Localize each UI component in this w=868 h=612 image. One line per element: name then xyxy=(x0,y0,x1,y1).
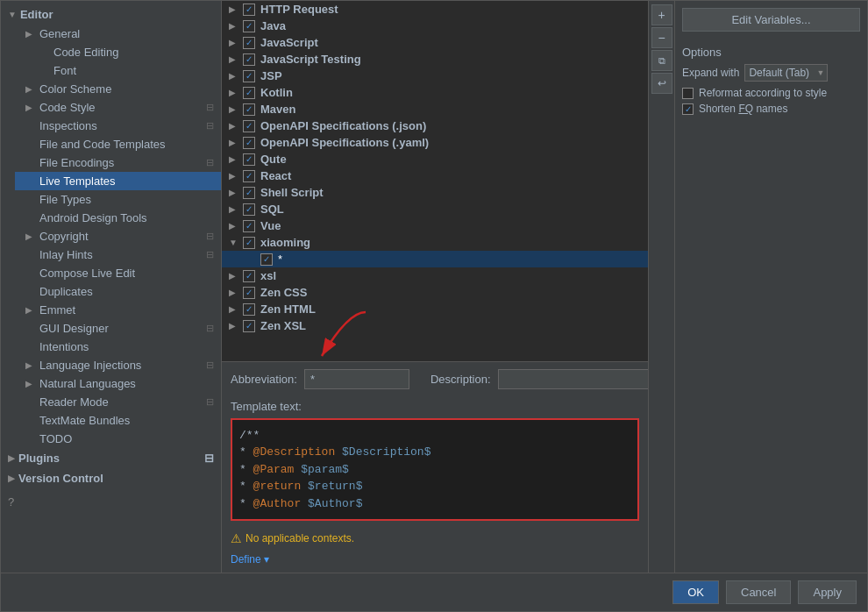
expand-with-select[interactable]: Default (Tab)TabEnterSpace xyxy=(744,64,828,82)
tree-item-label: SQL xyxy=(260,203,284,216)
tree-item-label: JSP xyxy=(260,69,282,82)
tree-item[interactable]: ▶✓Zen CSS xyxy=(222,284,648,301)
tree-item-label: Zen CSS xyxy=(260,286,307,299)
sidebar-item-code-editing-label: Code Editing xyxy=(53,46,118,59)
sidebar-item-compose-live-edit[interactable]: Compose Live Edit xyxy=(15,264,221,282)
sidebar-item-reader-mode[interactable]: Reader Mode ⊟ xyxy=(15,393,221,411)
tree-item-checkbox[interactable]: ✓ xyxy=(243,170,255,182)
sidebar-item-intentions[interactable]: Intentions xyxy=(15,338,221,356)
template-text-area[interactable]: /** * @Description $Description$ * @Para… xyxy=(231,418,639,522)
tree-item[interactable]: ▶✓JSP xyxy=(222,68,648,84)
sidebar-item-inlay-hints[interactable]: Inlay Hints ⊟ xyxy=(15,246,221,264)
tree-item[interactable]: ▶✓Shell Script xyxy=(222,184,648,201)
tree-item-checkbox[interactable]: ✓ xyxy=(243,4,255,16)
sidebar-item-gui-designer[interactable]: GUI Designer ⊟ xyxy=(15,319,221,338)
sidebar-item-natural-languages[interactable]: ▶ Natural Languages xyxy=(15,374,221,393)
sidebar-item-file-types[interactable]: File Types xyxy=(15,190,221,209)
tree-item-checkbox[interactable]: ✓ xyxy=(243,53,255,66)
tree-item[interactable]: ▶✓Zen XSL xyxy=(222,317,648,334)
tree-item[interactable]: ▶✓JavaScript Testing xyxy=(222,51,648,68)
tree-item-checkbox[interactable]: ✓ xyxy=(243,37,255,49)
sidebar-item-file-encodings[interactable]: File Encodings ⊟ xyxy=(15,153,221,172)
tree-item-checkbox[interactable]: ✓ xyxy=(243,20,255,32)
sidebar-item-color-scheme[interactable]: ▶ Color Scheme xyxy=(15,80,221,98)
define-link[interactable]: Define ▾ xyxy=(231,553,269,566)
tree-item[interactable]: ▶✓SQL xyxy=(222,201,648,217)
sidebar-group-editor[interactable]: ▼ Editor xyxy=(1,4,221,25)
sidebar-group-version-control[interactable]: ▶ Version Control xyxy=(1,468,221,488)
apply-button[interactable]: Apply xyxy=(798,580,857,604)
shorten-checkbox[interactable]: ✓ xyxy=(682,103,694,115)
sidebar-group-plugins[interactable]: ▶ Plugins ⊟ xyxy=(1,448,221,468)
tree-item-arrow-icon: ▶ xyxy=(229,38,243,47)
add-button[interactable]: + xyxy=(651,4,672,25)
tree-item[interactable]: ▶✓OpenAPI Specifications (.json) xyxy=(222,117,648,134)
right-panel: Edit Variables... Options Expand with De… xyxy=(674,1,867,573)
tree-item-checkbox[interactable]: ✓ xyxy=(243,103,255,116)
tree-item-arrow-icon: ▶ xyxy=(229,171,243,181)
remove-button[interactable]: − xyxy=(651,27,672,48)
sidebar-item-file-code-templates[interactable]: File and Code Templates xyxy=(15,135,221,153)
sidebar-item-code-style[interactable]: ▶ Code Style ⊟ xyxy=(15,98,221,117)
help-icon[interactable]: ? xyxy=(8,495,14,509)
tree-item[interactable]: ✓* xyxy=(222,251,648,267)
warning-text: No applicable contexts. xyxy=(245,532,354,544)
tree-item[interactable]: ▼✓xiaoming xyxy=(222,234,648,251)
copy-button[interactable]: ⧉ xyxy=(651,50,672,71)
tree-item[interactable]: ▶✓HTTP Request xyxy=(222,1,648,18)
tree-item[interactable]: ▶✓xsl xyxy=(222,267,648,284)
sidebar-item-file-types-label: File Types xyxy=(39,193,91,206)
abbreviation-input-wrapper xyxy=(304,369,409,389)
tree-item-checkbox[interactable]: ✓ xyxy=(243,203,255,216)
sidebar-item-todo[interactable]: TODO xyxy=(15,430,221,448)
abbreviation-input[interactable] xyxy=(304,369,409,389)
tree-item-checkbox[interactable]: ✓ xyxy=(243,270,255,282)
tree-item-checkbox[interactable]: ✓ xyxy=(243,303,255,316)
tree-item[interactable]: ▶✓React xyxy=(222,167,648,184)
cancel-button[interactable]: Cancel xyxy=(726,580,791,604)
tree-item-checkbox[interactable]: ✓ xyxy=(243,87,255,99)
tree-item-checkbox[interactable]: ✓ xyxy=(260,253,273,266)
tree-item[interactable]: ▶✓JavaScript xyxy=(222,34,648,51)
shorten-row: ✓ Shorten FQ names xyxy=(682,103,860,115)
dialog-footer: OK Cancel Apply xyxy=(1,573,867,611)
tree-item[interactable]: ▶✓OpenAPI Specifications (.yaml) xyxy=(222,134,648,151)
li-arrow: ▶ xyxy=(25,360,36,370)
reformat-checkbox[interactable] xyxy=(682,88,694,99)
tree-container: ▶✓HTTP Request▶✓Java▶✓JavaScript▶✓JavaSc… xyxy=(222,1,648,361)
tree-item[interactable]: ▶✓Java xyxy=(222,18,648,34)
sidebar-item-code-editing[interactable]: Code Editing xyxy=(15,43,221,61)
tree-item[interactable]: ▶✓Qute xyxy=(222,151,648,167)
tree-item-checkbox[interactable]: ✓ xyxy=(243,237,255,249)
tree-item-label: Kotlin xyxy=(260,86,293,99)
reset-button[interactable]: ↩ xyxy=(651,73,672,94)
tree-item[interactable]: ▶✓Kotlin xyxy=(222,84,648,101)
sidebar-item-inlay-hints-label: Inlay Hints xyxy=(39,248,93,261)
sidebar-item-live-templates[interactable]: Live Templates xyxy=(15,172,221,190)
sidebar-item-copyright[interactable]: ▶ Copyright ⊟ xyxy=(15,227,221,246)
sidebar-item-inspections[interactable]: Inspections ⊟ xyxy=(15,117,221,135)
edit-variables-button[interactable]: Edit Variables... xyxy=(682,8,860,32)
tree-item[interactable]: ▶✓Zen HTML xyxy=(222,301,648,317)
tree-item-checkbox[interactable]: ✓ xyxy=(243,320,255,332)
tree-item-checkbox[interactable]: ✓ xyxy=(243,137,255,149)
tree-item-checkbox[interactable]: ✓ xyxy=(243,187,255,199)
tree-item-checkbox[interactable]: ✓ xyxy=(243,120,255,132)
tree-item-checkbox[interactable]: ✓ xyxy=(243,220,255,232)
tree-item[interactable]: ▶✓Vue xyxy=(222,217,648,234)
sidebar-item-android-design[interactable]: Android Design Tools xyxy=(15,209,221,227)
sidebar-item-duplicates[interactable]: Duplicates xyxy=(15,282,221,301)
sidebar-item-language-injections[interactable]: ▶ Language Injections ⊟ xyxy=(15,356,221,374)
description-input[interactable] xyxy=(498,369,648,389)
tree-item[interactable]: ▶✓Maven xyxy=(222,101,648,117)
tree-item-checkbox[interactable]: ✓ xyxy=(243,287,255,299)
ok-button[interactable]: OK xyxy=(672,580,719,604)
sidebar-item-emmet[interactable]: ▶ Emmet xyxy=(15,301,221,319)
template-line: * @Description $Description$ xyxy=(239,444,630,461)
sidebar-item-font[interactable]: Font xyxy=(15,61,221,80)
sidebar-item-textmate-bundles[interactable]: TextMate Bundles xyxy=(15,411,221,430)
tree-item-arrow-icon: ▶ xyxy=(229,104,243,114)
tree-item-checkbox[interactable]: ✓ xyxy=(243,153,255,166)
sidebar-item-general[interactable]: ▶ General xyxy=(15,25,221,43)
tree-item-checkbox[interactable]: ✓ xyxy=(243,70,255,82)
